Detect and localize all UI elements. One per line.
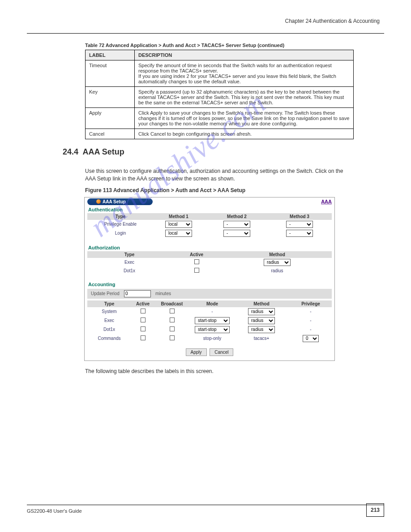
authz-type: Exec	[89, 260, 170, 265]
acct-broadcast-checkbox[interactable]	[170, 317, 175, 322]
footer-text: GS2200-48 User's Guide	[27, 508, 82, 514]
auth-method2-select[interactable]: -	[223, 221, 250, 228]
panel-title-pill: AAA Setup	[87, 198, 153, 205]
authz-row: Dot1xradius	[87, 267, 332, 275]
table-row: CancelClick Cancel to begin configuring …	[86, 129, 354, 139]
title-dot-icon	[96, 199, 101, 204]
acct-row: Execstart-stopradius-	[87, 316, 332, 325]
authorization-heading: Authorization	[88, 245, 332, 250]
table-caption: Table 72 Advanced Application > Auth and…	[85, 43, 384, 48]
authz-active-checkbox[interactable]	[194, 259, 199, 264]
acct-mode-select[interactable]: start-stop	[195, 326, 230, 333]
acct-broadcast-checkbox[interactable]	[170, 309, 175, 313]
acct-active-checkbox[interactable]	[141, 326, 146, 331]
acct-row: Dot1xstart-stopradius-	[87, 325, 332, 334]
authz-type: Dot1x	[89, 268, 170, 273]
acct-active-checkbox[interactable]	[141, 317, 146, 322]
authentication-heading: Authentication	[88, 207, 332, 212]
table-row: ApplyClick Apply to save your changes to…	[86, 108, 354, 129]
update-period-unit: minutes	[155, 291, 171, 296]
acct-priv-text: -	[310, 309, 311, 314]
acct-active-checkbox[interactable]	[141, 309, 146, 313]
auth-method1-select[interactable]: local	[165, 230, 192, 237]
acct-priv-select[interactable]: 0	[303, 335, 319, 342]
auth-type: Login	[89, 231, 152, 236]
header-rule	[27, 33, 384, 34]
authz-header-row: Type Active Method	[87, 251, 332, 258]
acct-active-checkbox[interactable]	[141, 335, 146, 340]
acct-mode-select[interactable]: start-stop	[195, 317, 230, 324]
cancel-button[interactable]: Cancel	[210, 348, 233, 356]
section-heading: 24.4 AAA Setup	[63, 147, 384, 157]
auth-method1-select[interactable]: local	[165, 221, 192, 228]
list-intro: The following table describes the labels…	[85, 367, 354, 376]
auth-method2-select[interactable]: -	[223, 230, 250, 237]
figure-caption: Figure 113 Advanced Application > Auth a…	[85, 187, 384, 193]
description-table: LABEL DESCRIPTION TimeoutSpecify the amo…	[85, 50, 354, 139]
aaa-link[interactable]: AAA	[321, 199, 332, 204]
auth-row: Loginlocal--	[87, 229, 332, 238]
acct-priv-text: -	[310, 318, 311, 323]
label-cell: Key	[86, 87, 135, 108]
acct-mode-text: stop-only	[203, 336, 222, 341]
auth-row: Privilege Enablelocal--	[87, 220, 332, 229]
label-cell: Cancel	[86, 129, 135, 139]
update-period-row: Update Period minutes	[87, 289, 332, 299]
auth-header-row: Type Method 1 Method 2 Method 3	[87, 213, 332, 220]
acct-method-select[interactable]: radius	[248, 317, 275, 324]
acct-type: Dot1x	[89, 327, 129, 332]
auth-type: Privilege Enable	[89, 222, 152, 227]
table-row: TimeoutSpecify the amount of time in sec…	[86, 60, 354, 87]
update-period-input[interactable]	[124, 290, 151, 297]
acct-broadcast-checkbox[interactable]	[170, 326, 175, 331]
authz-method-select[interactable]: radius	[264, 259, 291, 266]
acct-broadcast-checkbox[interactable]	[170, 335, 175, 340]
acct-type: System	[89, 309, 129, 314]
auth-method3-select[interactable]: -	[286, 230, 313, 237]
acct-header-row: Type Active Broadcast Mode Method Privil…	[87, 300, 332, 307]
embedded-screenshot: AAA Setup AAA Authentication Type Method…	[84, 197, 335, 361]
footer-rule	[27, 505, 384, 505]
authz-row: Execradius	[87, 258, 332, 267]
update-period-label: Update Period	[91, 291, 120, 296]
acct-method-select[interactable]: radius	[248, 308, 275, 315]
acct-row: Commandsstop-onlytacacs+0	[87, 334, 332, 343]
acct-type: Exec	[89, 318, 129, 323]
section-paragraph: Use this screen to configure authenticat…	[85, 167, 354, 183]
authz-active-checkbox[interactable]	[194, 268, 199, 273]
acct-method-text: tacacs+	[254, 336, 270, 341]
page-number: 213	[366, 503, 384, 517]
auth-method3-select[interactable]: -	[286, 221, 313, 228]
panel-title: AAA Setup	[103, 199, 126, 204]
acct-method-select[interactable]: radius	[248, 326, 275, 333]
th-label: LABEL	[86, 50, 135, 60]
acct-type: Commands	[89, 336, 129, 341]
apply-button[interactable]: Apply	[186, 348, 207, 356]
chapter-header: Chapter 24 Authentication & Accounting	[27, 18, 384, 24]
table-row: KeySpecify a password (up to 32 alphanum…	[86, 87, 354, 108]
label-cell: Timeout	[86, 60, 135, 87]
acct-row: System-radius-	[87, 307, 332, 316]
acct-mode-text: -	[211, 309, 213, 314]
desc-cell: Specify the amount of time in seconds th…	[135, 60, 354, 87]
desc-cell: Click Cancel to begin configuring this s…	[135, 129, 354, 139]
th-description: DESCRIPTION	[135, 50, 354, 60]
label-cell: Apply	[86, 108, 135, 129]
acct-priv-text: -	[310, 327, 311, 332]
desc-cell: Specify a password (up to 32 alphanumeri…	[135, 87, 354, 108]
accounting-heading: Accounting	[88, 282, 332, 287]
authz-method-text: radius	[271, 268, 283, 273]
desc-cell: Click Apply to save your changes to the …	[135, 108, 354, 129]
